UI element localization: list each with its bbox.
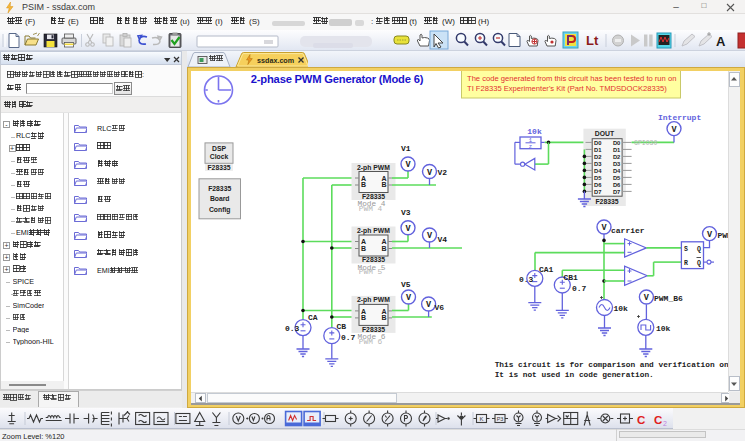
svg-text:B: B: [381, 245, 386, 252]
svg-text:V3: V3: [401, 208, 411, 217]
svg-text:V: V: [405, 160, 411, 170]
svg-text:F28335: F28335: [362, 193, 385, 200]
svg-text:B: B: [361, 314, 366, 321]
svg-text:0.7: 0.7: [572, 284, 587, 293]
svg-text:F28335: F28335: [595, 198, 618, 205]
svg-text:B: B: [361, 245, 366, 252]
svg-text:2-ph PWM: 2-ph PWM: [357, 164, 390, 172]
svg-text:D0: D0: [613, 140, 620, 146]
svg-text:0.3: 0.3: [519, 275, 534, 284]
svg-text:PWM_B6: PWM_B6: [654, 294, 683, 303]
svg-text:D3: D3: [594, 161, 602, 167]
svg-text:D2: D2: [594, 154, 601, 160]
svg-text:D1: D1: [613, 147, 621, 153]
svg-text:Lt: Lt: [586, 33, 599, 48]
svg-text:B: B: [381, 181, 386, 188]
svg-text:10k: 10k: [614, 304, 629, 313]
svg-text:2: 2: [663, 420, 667, 427]
svg-text:Clock: Clock: [210, 153, 229, 160]
svg-text:Interrupt: Interrupt: [658, 113, 701, 122]
svg-text:10k: 10k: [527, 127, 542, 136]
svg-text:V: V: [671, 125, 677, 135]
svg-text:R: R: [684, 260, 688, 267]
svg-text:V: V: [707, 230, 713, 240]
svg-text:This circuit is for comparison: This circuit is for comparison and verif…: [495, 361, 728, 369]
svg-text:ssdax.com: ssdax.com: [257, 56, 294, 65]
svg-text:DOUT: DOUT: [595, 130, 615, 137]
svg-text:0.3: 0.3: [285, 324, 300, 333]
svg-text:V2: V2: [438, 168, 448, 177]
svg-text:carrier: carrier: [611, 226, 645, 235]
svg-text:V: V: [406, 293, 412, 303]
svg-text:V: V: [644, 293, 650, 303]
svg-text:V: V: [426, 300, 432, 310]
svg-text:A: A: [716, 34, 726, 49]
svg-text:PWM: PWM: [718, 231, 729, 240]
svg-text:The code generated from this c: The code generated from this circuit has…: [467, 74, 676, 83]
svg-text:V: V: [601, 223, 607, 233]
svg-text:B: B: [361, 181, 366, 188]
svg-text:D4: D4: [613, 168, 621, 174]
svg-text:V5: V5: [401, 280, 411, 289]
svg-text:V1: V1: [401, 144, 411, 153]
svg-text:2-ph PWM: 2-ph PWM: [357, 227, 390, 235]
svg-text:V: V: [427, 168, 433, 178]
svg-text:PWM 4: PWM 4: [359, 205, 383, 213]
svg-text:D4: D4: [594, 168, 602, 174]
svg-text:K: K: [479, 416, 483, 422]
svg-text:z: z: [529, 143, 532, 150]
svg-text:10k: 10k: [656, 324, 671, 333]
svg-text:F28335: F28335: [362, 326, 385, 333]
svg-text:D7: D7: [613, 189, 620, 195]
svg-text:F28335: F28335: [362, 256, 385, 263]
svg-text:V4: V4: [438, 235, 448, 244]
svg-text:D0: D0: [594, 140, 601, 146]
svg-text:F28335: F28335: [208, 185, 231, 192]
svg-text:Config: Config: [209, 206, 231, 214]
svg-text:DSP: DSP: [212, 145, 226, 152]
svg-text:S: S: [684, 246, 688, 253]
svg-text:V: V: [405, 224, 411, 234]
svg-text:Board: Board: [210, 195, 230, 202]
svg-text:D5: D5: [594, 175, 602, 181]
svg-text:CB1: CB1: [564, 273, 579, 282]
svg-text:TI F28335 Experimenter's Kit (: TI F28335 Experimenter's Kit (Part No. T…: [467, 84, 667, 93]
svg-text:D7: D7: [594, 189, 601, 195]
svg-text:PWM 6: PWM 6: [359, 338, 383, 346]
svg-text:2-phase PWM Generator (Mode 6): 2-phase PWM Generator (Mode 6): [251, 73, 424, 85]
svg-text:2-ph PWM: 2-ph PWM: [357, 296, 390, 304]
svg-text:CA: CA: [308, 313, 318, 322]
svg-text:V: V: [427, 231, 433, 241]
svg-text:V6: V6: [435, 303, 445, 312]
svg-text:C: C: [654, 414, 662, 426]
svg-text:0.7: 0.7: [341, 333, 356, 342]
svg-text:Q: Q: [697, 246, 701, 253]
svg-text:D2: D2: [613, 154, 620, 160]
svg-text:GPIO30: GPIO30: [634, 140, 658, 147]
svg-text:D6: D6: [613, 182, 621, 188]
svg-text:CA1: CA1: [539, 265, 554, 274]
svg-text:B: B: [381, 314, 386, 321]
svg-text:Q: Q: [697, 260, 701, 267]
svg-text:PWM 5: PWM 5: [359, 268, 383, 276]
svg-text:D5: D5: [613, 175, 621, 181]
svg-text:C: C: [637, 414, 645, 426]
svg-text:CB: CB: [337, 322, 347, 331]
svg-text:P3: P3: [497, 416, 504, 422]
svg-text:It is not used in code generat: It is not used in code generation.: [495, 371, 654, 379]
svg-text:F28335: F28335: [207, 164, 230, 171]
svg-text:D1: D1: [594, 147, 602, 153]
svg-text:D6: D6: [594, 182, 602, 188]
svg-text:D3: D3: [613, 161, 621, 167]
